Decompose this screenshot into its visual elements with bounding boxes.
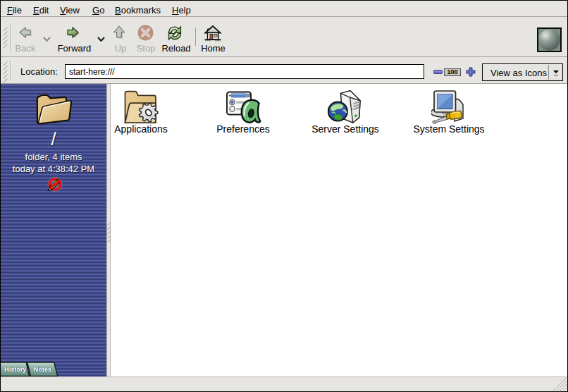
svg-text:History: History [4, 366, 26, 373]
svg-text:Notes: Notes [34, 366, 51, 373]
